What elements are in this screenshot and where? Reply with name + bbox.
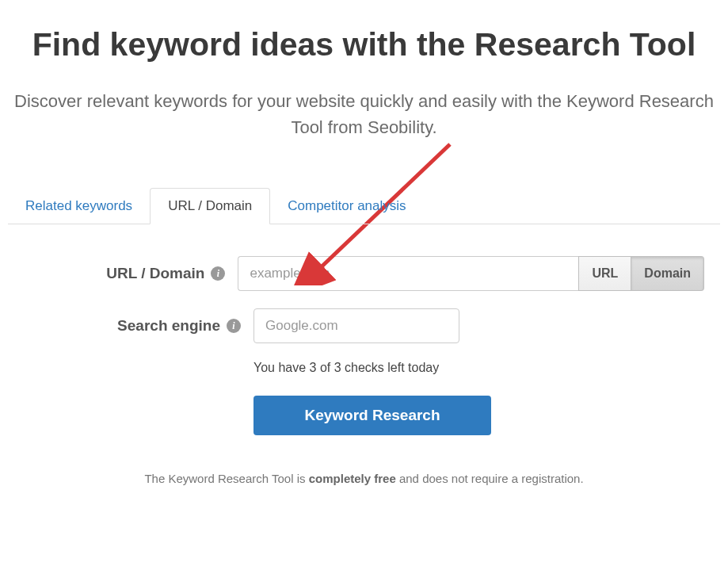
tab-related-keywords[interactable]: Related keywords xyxy=(8,188,150,224)
page-subtitle: Discover relevant keywords for your webs… xyxy=(8,88,720,140)
info-icon[interactable]: i xyxy=(227,319,241,333)
keyword-research-button[interactable]: Keyword Research xyxy=(253,396,491,435)
tab-url-domain[interactable]: URL / Domain xyxy=(150,188,270,224)
footer-note: The Keyword Research Tool is completely … xyxy=(8,472,720,485)
search-engine-label: Search engine i xyxy=(24,317,253,335)
form-panel: URL / Domain i URL Domain Search engine … xyxy=(8,224,720,443)
info-icon[interactable]: i xyxy=(211,266,225,281)
tabs-bar: Related keywords URL / Domain Competitor… xyxy=(8,188,720,224)
footer-bold: completely free xyxy=(309,472,396,485)
footer-prefix: The Keyword Research Tool is xyxy=(144,472,308,485)
url-domain-label: URL / Domain i xyxy=(24,265,238,282)
checks-remaining-text: You have 3 of 3 checks left today xyxy=(253,361,704,375)
tab-competitor-analysis[interactable]: Competitor analysis xyxy=(270,188,423,224)
toggle-domain-button[interactable]: Domain xyxy=(631,256,704,291)
search-engine-input[interactable] xyxy=(253,308,459,343)
url-domain-input[interactable] xyxy=(238,256,578,291)
footer-suffix: and does not require a registration. xyxy=(396,472,584,485)
search-engine-label-text: Search engine xyxy=(117,317,220,335)
url-domain-label-text: URL / Domain xyxy=(106,265,204,282)
toggle-url-button[interactable]: URL xyxy=(578,256,631,291)
page-title: Find keyword ideas with the Research Too… xyxy=(8,24,720,66)
